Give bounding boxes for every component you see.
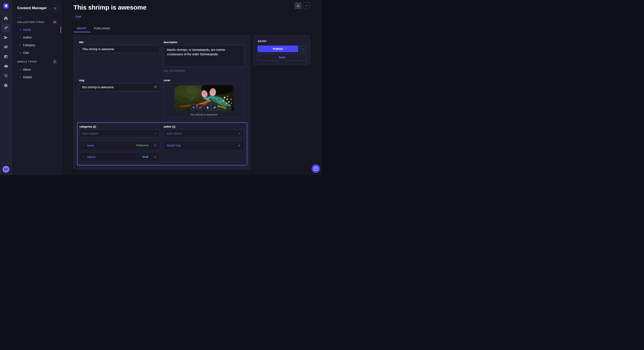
sidebar-item-global[interactable]: Global — [12, 74, 61, 81]
close-icon — [154, 144, 156, 147]
field-description: description Mantis shrimps, or stomatopo… — [164, 41, 244, 72]
slug-input[interactable] — [79, 83, 160, 91]
refresh-icon — [154, 85, 158, 89]
more-icon — [305, 4, 308, 7]
relation-link-news[interactable]: news — [87, 144, 94, 147]
tab-published[interactable]: PUBLISHED — [90, 25, 114, 32]
main-content: This shrimp is awesome Draft DRAFT PUBLI… — [62, 0, 322, 175]
version-tabs: DRAFT PUBLISHED — [74, 25, 310, 32]
remove-relation-button[interactable] — [153, 144, 157, 147]
sidebar-item-label: Global — [23, 75, 32, 79]
relation-link-nature[interactable]: nature — [87, 155, 96, 159]
bullet-icon — [20, 69, 21, 70]
strapi-logo-icon — [4, 3, 8, 8]
field-label-cover: cover — [164, 79, 244, 82]
sidebar-item-category[interactable]: Category — [12, 41, 61, 49]
field-slug: slug — [79, 79, 160, 118]
combobox-placeholder: Add relation — [166, 132, 238, 135]
chevron-down-icon — [154, 132, 157, 135]
trash-icon — [206, 106, 209, 109]
section-collection-types: COLLECTION TYPES — [17, 21, 44, 23]
single-types-count-badge: 2 — [52, 59, 57, 64]
media-library-icon[interactable] — [2, 43, 10, 51]
edit-asset-button[interactable] — [212, 104, 218, 111]
field-author: author (1) Add relation David Doe — [164, 125, 244, 162]
regenerate-slug-button[interactable] — [154, 85, 158, 89]
cover-filename: this-shrimp-is-awesome — [190, 113, 218, 116]
title-input[interactable] — [79, 45, 160, 53]
search-button[interactable] — [52, 5, 58, 11]
strapi-logo[interactable] — [0, 0, 12, 12]
divider — [17, 17, 22, 18]
cloud-icon[interactable] — [2, 62, 10, 70]
field-cover: cover — [164, 79, 244, 118]
sidebar-item-user[interactable]: User — [12, 49, 61, 56]
home-icon[interactable] — [2, 14, 10, 22]
subnav-title: Content Manager — [17, 6, 47, 10]
avatar[interactable]: KD — [2, 166, 9, 173]
sidebar-item-about[interactable]: About — [12, 66, 61, 73]
save-button[interactable]: Save — [258, 54, 307, 61]
delete-asset-button[interactable] — [204, 104, 211, 111]
feather-icon[interactable] — [2, 24, 10, 32]
relation-row-nature: nature Draft — [80, 152, 160, 162]
entry-panel-title: ENTRY — [258, 40, 307, 42]
chevron-down-icon — [238, 132, 241, 135]
sidebar-item-label: Category — [23, 43, 35, 47]
remove-relation-button[interactable] — [238, 144, 241, 147]
publish-button[interactable]: Publish — [258, 45, 298, 52]
categories-add-relation-combobox[interactable]: Add relation — [80, 130, 160, 137]
page-title: This shrimp is awesome — [74, 4, 310, 11]
field-label-description: description — [164, 41, 244, 44]
relations-highlight-outline: categories (2) Add relation — [77, 122, 247, 166]
field-title: title — [79, 41, 160, 72]
header-actions — [295, 2, 310, 9]
sidebar-item-label: About — [23, 68, 31, 71]
plus-icon — [192, 106, 195, 109]
link-icon — [199, 106, 202, 109]
bullet-icon — [20, 29, 21, 30]
drag-handle-icon[interactable] — [82, 155, 86, 159]
sidebar-item-article[interactable]: Article — [12, 26, 61, 33]
field-label-categories: categories (2) — [80, 125, 160, 128]
content-manager-subnav: Content Manager COLLECTION TYPES 4 Artic… — [12, 0, 61, 175]
question-mark-icon: ? — [314, 167, 318, 171]
help-button[interactable]: ? — [312, 164, 320, 173]
app-root: KD Content Manager COLLECTION TYPES 4 Ar… — [0, 0, 322, 175]
active-indicator — [60, 26, 61, 33]
relation-row-david-doe: David Doe — [164, 141, 244, 150]
description-hint: max. 80 characters — [164, 69, 244, 72]
entry-form-card: title description Mantis shrimps, or sto… — [74, 35, 250, 170]
sidebar-item-label: User — [23, 51, 30, 54]
field-label-title: title — [79, 41, 160, 44]
entry-more-button[interactable] — [300, 45, 307, 52]
download-icon — [296, 4, 300, 7]
cover-asset-card: this-shrimp-is-awesome — [164, 83, 244, 118]
combobox-placeholder: Add relation — [82, 132, 154, 135]
bullet-icon — [20, 52, 21, 53]
close-icon — [238, 144, 241, 147]
field-categories: categories (2) Add relation — [80, 125, 160, 162]
tab-draft[interactable]: DRAFT — [74, 25, 90, 32]
sidebar-item-label: Author — [23, 36, 32, 39]
bullet-icon — [20, 45, 21, 45]
description-textarea[interactable]: Mantis shrimps, or stomatopods, are mari… — [164, 45, 244, 67]
close-icon — [154, 156, 156, 159]
add-asset-button[interactable] — [190, 104, 197, 111]
bullet-icon — [20, 37, 21, 38]
drag-handle-icon[interactable] — [82, 144, 86, 147]
download-button[interactable] — [295, 2, 301, 9]
layout-icon[interactable] — [2, 52, 10, 61]
relation-link-david-doe[interactable]: David Doe — [167, 144, 181, 147]
settings-gear-icon[interactable] — [2, 81, 10, 90]
collection-types-count-badge: 4 — [52, 20, 57, 24]
remove-relation-button[interactable] — [153, 155, 157, 159]
copy-link-button[interactable] — [198, 104, 204, 111]
paper-plane-icon[interactable] — [2, 33, 10, 42]
more-button[interactable] — [303, 2, 310, 9]
author-add-relation-combobox[interactable]: Add relation — [164, 130, 244, 137]
status-badge-draft: Draft — [140, 154, 150, 160]
sidebar-item-author[interactable]: Author — [12, 34, 61, 41]
user-menu: KD — [0, 163, 12, 175]
cart-icon[interactable] — [2, 71, 10, 80]
